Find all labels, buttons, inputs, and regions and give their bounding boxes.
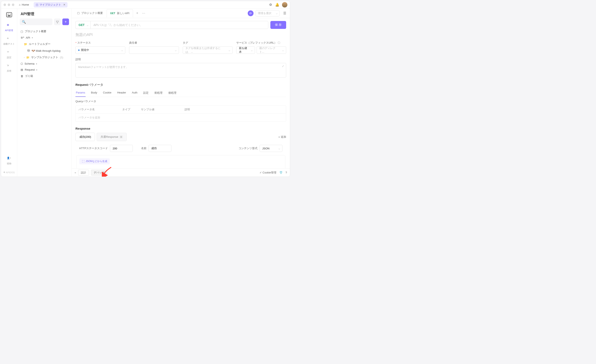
service-detail-select[interactable]: 親のディレクト...	[257, 46, 286, 54]
project-tab[interactable]: ◫ マイプロジェクト ✕	[34, 2, 67, 7]
info-icon[interactable]: ⓘ	[278, 41, 280, 45]
home-button[interactable]: ⌂ Home	[17, 2, 31, 7]
chevron-right-icon: ›	[24, 56, 24, 59]
col-name: パラメータ名	[79, 108, 122, 111]
search-icon: 🔍	[22, 20, 26, 24]
rail-footer-logo: ✱APIDOG	[1, 168, 18, 177]
param-add-row[interactable]: パラメータを追加	[76, 114, 286, 122]
name-input[interactable]	[149, 145, 171, 152]
close-tab-icon[interactable]: ✕	[63, 3, 66, 6]
schema-icon: ⬡	[21, 62, 23, 65]
nav-rail: ▦API管理 ≋自動テスト ⛮設定 ⇲共有 👤+招待 ✱APIDOG	[1, 8, 17, 177]
home-label: Home	[22, 3, 29, 6]
ptab-post[interactable]: 後処理	[168, 89, 177, 97]
add-response-button[interactable]: +追加	[278, 135, 286, 139]
ptab-auth[interactable]: Auth	[132, 89, 138, 97]
response-section-title: Response	[75, 127, 286, 130]
path-input[interactable]	[90, 21, 268, 29]
help-icon[interactable]: ?	[285, 171, 287, 174]
overview-icon: ▢	[77, 11, 80, 15]
tree-schema[interactable]: ⬡Schema▸	[19, 61, 70, 67]
api-title[interactable]: 無題のAPI	[75, 32, 286, 37]
generate-button[interactable]: ⛶JSONなどから生成	[79, 158, 110, 164]
search-input[interactable]: 🔍	[20, 18, 52, 25]
ptab-header[interactable]: Header	[117, 89, 127, 97]
tree-overview[interactable]: ▢プロジェクト概要	[19, 28, 70, 35]
project-icon: ◫	[36, 3, 38, 6]
method-select[interactable]: GET	[75, 21, 90, 29]
ptab-cookie[interactable]: Cookie	[103, 89, 112, 97]
rail-autotest[interactable]: ≋自動テスト	[1, 35, 17, 48]
cookie-link[interactable]: ✓ Cookie管理	[260, 171, 276, 175]
resp-tab-success[interactable]: 成功(200)	[75, 133, 95, 141]
method-badge: GET	[110, 12, 115, 15]
tree-trash[interactable]: 🗑ゴミ箱	[19, 73, 70, 79]
tab-overview[interactable]: ▢プロジェクト概要	[74, 8, 106, 18]
avatar[interactable]	[282, 2, 287, 7]
name-label: 名前	[141, 147, 147, 150]
request-icon: ▤	[21, 68, 23, 71]
service-label: サービス（プレフィックスURL）ⓘ	[236, 41, 286, 45]
filter-icon: ▽	[56, 20, 59, 24]
env-select[interactable]: 環境を選択	[256, 10, 280, 16]
settings-icon[interactable]: ⚙	[269, 3, 272, 7]
design-button[interactable]: 設計	[78, 170, 89, 176]
plus-icon: +	[278, 135, 280, 139]
plus-icon: +	[65, 20, 67, 24]
save-button[interactable]: 保 存	[270, 21, 286, 29]
add-button[interactable]: +	[62, 18, 69, 25]
service-inherit-select[interactable]: 親を継承	[236, 46, 255, 54]
menu-icon[interactable]: ☰	[282, 11, 288, 15]
collapse-footer-icon[interactable]: «	[74, 171, 76, 174]
folder-icon: 📁	[24, 43, 27, 46]
sync-icon: ⟳	[249, 12, 252, 15]
ptab-pre[interactable]: 前処理	[154, 89, 163, 97]
folder-icon: 📁	[26, 56, 30, 59]
add-tab-icon[interactable]: +	[136, 11, 138, 15]
api-badge-icon: ⑨⁶	[21, 36, 24, 39]
rail-invite[interactable]: 👤+招待	[1, 155, 17, 167]
window-controls[interactable]	[4, 4, 14, 6]
col-type: タイプ	[122, 108, 141, 111]
content-label: コンテンツ形式	[238, 147, 257, 150]
chevron-down-icon: ▾	[32, 37, 33, 39]
tab-api[interactable]: GET新しいAPI	[107, 9, 133, 17]
debug-button[interactable]: デバッグ	[91, 170, 107, 176]
tree-request[interactable]: ▤Request▸	[19, 67, 70, 73]
home-icon: ⌂	[19, 3, 21, 6]
ptab-settings[interactable]: 設定	[143, 89, 149, 97]
chevron-right-icon: ▸	[36, 63, 37, 65]
desc-textarea[interactable]	[75, 63, 286, 77]
tree-root-folder[interactable]: 📁ルートフォルダー	[19, 41, 70, 47]
expand-icon[interactable]: ⤢	[282, 65, 284, 68]
desc-label: 説明	[75, 58, 286, 61]
owner-select[interactable]	[129, 46, 179, 54]
tags-select[interactable]: タグを検索または作成するには、...	[183, 46, 232, 54]
rail-share[interactable]: ⇲共有	[1, 62, 17, 74]
resp-tab-common[interactable]: 共通Response0	[97, 133, 127, 141]
tags-label: タグ	[183, 41, 232, 45]
param-table: パラメータ名 タイプ サンプル値 説明 パラメータを追加	[75, 105, 286, 122]
tree-sample[interactable]: ›📁サンプルプロジェクト(5)	[19, 54, 70, 61]
owner-label: 責任者	[129, 41, 179, 45]
filter-button[interactable]: ▽	[54, 18, 61, 25]
ptab-body[interactable]: Body	[91, 89, 98, 97]
tree-walk[interactable]: Ⓜ🐶 Walk through Apidog	[19, 47, 70, 54]
svg-point-1	[8, 14, 8, 15]
status-select[interactable]: 開発中	[75, 46, 125, 54]
more-icon[interactable]: ⋯	[142, 11, 145, 15]
titlebar: ⌂ Home ◫ マイプロジェクト ✕ ⚙ 🔔	[1, 1, 290, 8]
api-icon: ▦	[7, 23, 11, 28]
shirt-icon[interactable]: 👕	[279, 171, 283, 174]
tree-api[interactable]: ⑨⁶API▾	[19, 35, 70, 41]
bell-icon[interactable]: 🔔	[275, 3, 279, 7]
ptab-params[interactable]: Params	[75, 89, 86, 97]
sync-button[interactable]: ⟳	[248, 10, 253, 16]
query-label: Queryパラメータ	[75, 99, 286, 103]
rail-settings[interactable]: ⛮設定	[1, 48, 17, 61]
svg-rect-0	[7, 13, 12, 17]
rail-api[interactable]: ▦API管理	[1, 21, 17, 34]
svg-point-2	[10, 14, 11, 15]
code-input[interactable]	[110, 145, 133, 152]
content-select[interactable]: JSON	[260, 145, 283, 152]
